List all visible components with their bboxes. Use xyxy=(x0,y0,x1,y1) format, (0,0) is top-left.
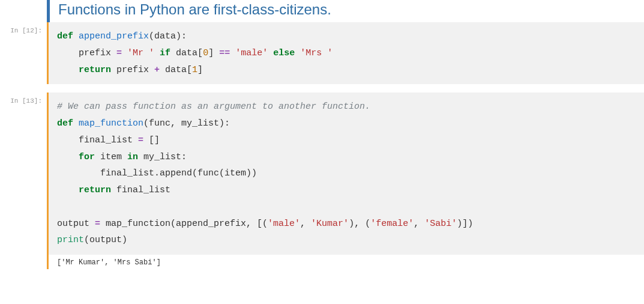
code-output: ['Mr Kumar', 'Mrs Sabi'] xyxy=(49,255,644,269)
heading-text: Functions in Python are first-class-citi… xyxy=(58,0,644,19)
cell-main: # We can pass function as an argument to… xyxy=(47,93,644,269)
code-cell-12: In [12]: def append_prefix(data): prefix… xyxy=(0,22,644,84)
prompt-gutter xyxy=(0,0,47,22)
code-input[interactable]: # We can pass function as an argument to… xyxy=(49,93,644,255)
markdown-content: Functions in Python are first-class-citi… xyxy=(47,0,644,22)
cell-gap xyxy=(0,84,644,93)
code-input[interactable]: def append_prefix(data): prefix = 'Mr ' … xyxy=(49,22,644,84)
input-prompt: In [12]: xyxy=(0,22,47,84)
code-cell-13: In [13]: # We can pass function as an ar… xyxy=(0,93,644,269)
markdown-cell: Functions in Python are first-class-citi… xyxy=(0,0,644,22)
input-prompt: In [13]: xyxy=(0,93,47,269)
cell-main: def append_prefix(data): prefix = 'Mr ' … xyxy=(47,22,644,84)
